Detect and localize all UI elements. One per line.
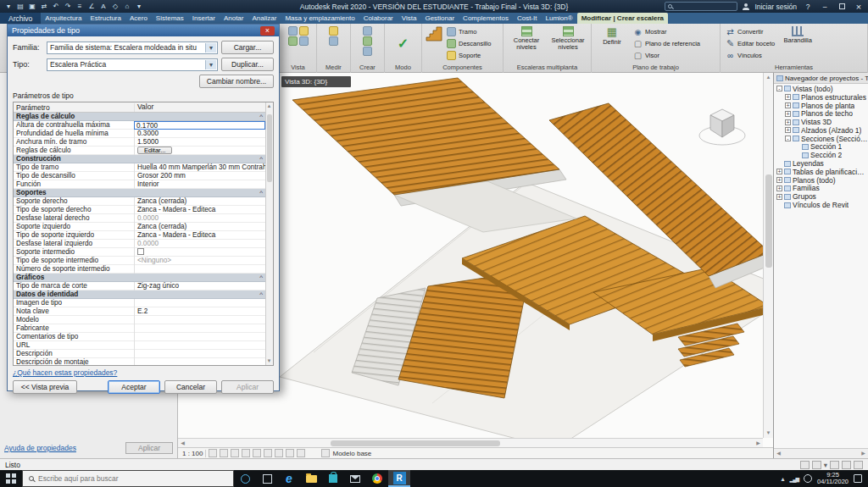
measure-tool-icon[interactable]	[329, 26, 338, 36]
browser-scrollbar[interactable]: ◀ ▶	[774, 448, 868, 458]
tree-item-vistas-3d[interactable]: +Vistas 3D	[774, 118, 868, 126]
taskbar-search-input[interactable]	[38, 474, 208, 483]
finish-check-icon[interactable]	[395, 36, 412, 53]
visual-style-icon[interactable]	[220, 449, 228, 457]
palette-apply-button[interactable]: Aplicar	[125, 442, 173, 454]
file-explorer-button[interactable]	[300, 470, 322, 487]
view-tool-icon[interactable]	[288, 36, 298, 46]
param-value[interactable]: 0.3000	[134, 130, 265, 138]
param-value[interactable]	[134, 333, 265, 341]
app-menu-icon[interactable]	[3, 2, 14, 12]
store-button[interactable]	[322, 470, 344, 487]
param-value[interactable]	[134, 324, 265, 333]
stairs-icon[interactable]	[426, 26, 442, 42]
definir-button[interactable]: Definir	[595, 26, 629, 46]
view-tool-icon[interactable]	[288, 26, 298, 36]
properties-help-link[interactable]: ¿Qué hacen estas propiedades?	[13, 368, 117, 377]
param-value[interactable]: 1.5000	[134, 138, 265, 147]
save-icon[interactable]	[27, 2, 37, 12]
tab-analizar[interactable]: Analizar	[248, 13, 281, 24]
network-icon[interactable]	[790, 475, 798, 483]
measure-icon[interactable]	[86, 2, 97, 12]
apply-button[interactable]: Aplicar	[221, 380, 274, 394]
design-options-icon[interactable]	[812, 461, 821, 469]
param-value[interactable]: Zanca - Madera - Editeca	[134, 206, 265, 214]
plano-referencia-button[interactable]: Plano de referencia	[632, 38, 702, 49]
convertir-button[interactable]: Convertir	[724, 26, 776, 37]
vinculos-button[interactable]: Vínculos	[724, 50, 776, 61]
crop-region-icon[interactable]	[275, 449, 283, 457]
cancel-button[interactable]: Cancelar	[164, 380, 217, 394]
sun-path-icon[interactable]	[231, 449, 239, 457]
table-scrollbar[interactable]: ▲ ▼	[265, 102, 273, 365]
dialog-close-button[interactable]	[260, 26, 275, 36]
tree-item-alzados[interactable]: +Alzados (Alzado 1)	[774, 126, 868, 135]
seleccionar-niveles-button[interactable]: Seleccionar niveles	[548, 26, 587, 51]
descansillo-button[interactable]: Descansillo	[445, 38, 492, 49]
cortana-button[interactable]	[234, 470, 256, 487]
duplicate-button[interactable]: Duplicar...	[221, 58, 274, 71]
param-value[interactable]: 0.0000	[134, 214, 265, 223]
param-value[interactable]: Zanca (cerrada)	[134, 223, 265, 231]
soporte-button[interactable]: Soporte	[445, 50, 492, 61]
view-tab[interactable]: Vista 3D: {3D}	[281, 76, 351, 87]
max-riser-height-input[interactable]: 0.1700	[134, 121, 265, 130]
create-tool-icon[interactable]	[363, 26, 372, 36]
tree-item-vistas-todo[interactable]: -Vistas (todo)	[774, 85, 868, 93]
detail-level-icon[interactable]	[209, 449, 217, 457]
tab-acero[interactable]: Acero	[125, 13, 152, 24]
crop-view-icon[interactable]	[264, 449, 272, 457]
middle-support-checkbox[interactable]	[137, 248, 144, 255]
text-icon[interactable]	[98, 2, 108, 12]
tree-item-tablas[interactable]: +Tablas de planificación/Canti...	[774, 168, 868, 176]
temporary-hide-icon[interactable]	[286, 449, 294, 457]
viewcube[interactable]	[697, 102, 748, 152]
accept-button[interactable]: Aceptar	[108, 380, 160, 394]
infocenter-search-box[interactable]	[665, 2, 737, 11]
taskbar-search[interactable]	[22, 470, 234, 487]
family-combobox[interactable]: Familia de sistema: Escalera moldeada in…	[47, 42, 218, 54]
tree-item-secciones[interactable]: -Secciones (Sección 1)	[774, 135, 868, 143]
action-center-icon[interactable]	[854, 474, 862, 483]
tab-estructura[interactable]: Estructura	[86, 13, 125, 24]
tree-item-planos-de-planta[interactable]: +Planos de planta	[774, 102, 868, 110]
dropdown-arrow-icon[interactable]: ▾	[824, 461, 827, 469]
filter-icon[interactable]	[854, 461, 863, 469]
visor-button[interactable]: Visor	[632, 50, 702, 61]
revit-taskbar-button[interactable]	[388, 470, 410, 487]
qat-customize-icon[interactable]	[134, 2, 144, 12]
tab-colaborar[interactable]: Colaborar	[359, 13, 398, 24]
tree-item-grupos[interactable]: +Grupos	[774, 192, 868, 201]
tab-insertar[interactable]: Insertar	[188, 13, 220, 24]
scrollbar-thumb[interactable]	[267, 114, 272, 182]
preview-button[interactable]: << Vista previa	[13, 380, 77, 394]
taskbar-clock[interactable]: 9:25 04/11/2020	[817, 472, 849, 486]
volume-icon[interactable]	[804, 474, 812, 483]
param-value[interactable]	[134, 358, 265, 366]
type-combobox[interactable]: Escalera Práctica	[47, 58, 218, 71]
conectar-niveles-button[interactable]: Conectar niveles	[507, 26, 546, 51]
task-view-button[interactable]	[256, 470, 278, 487]
print-icon[interactable]	[75, 2, 85, 12]
dialog-title-bar[interactable]: Propiedades de tipo	[8, 25, 279, 36]
undo-icon[interactable]	[51, 2, 61, 12]
scrollbar-thumb[interactable]	[765, 174, 772, 268]
param-value[interactable]: 0.0000	[134, 240, 265, 248]
render-icon[interactable]	[253, 449, 261, 457]
param-value[interactable]	[134, 350, 265, 358]
help-button[interactable]: ?	[802, 2, 814, 12]
tree-item-seccion-2[interactable]: Sección 2	[774, 151, 868, 159]
tree-item-planos-estructurales[interactable]: +Planos estructurales	[774, 93, 868, 102]
tab-masa[interactable]: Masa y emplazamiento	[281, 13, 359, 24]
param-value[interactable]: Zanca - Madera - Editeca	[134, 231, 265, 240]
param-value[interactable]: Zanca (cerrada)	[134, 197, 265, 206]
maximize-button[interactable]	[836, 2, 848, 12]
tab-complementos[interactable]: Complementos	[459, 13, 513, 24]
param-value[interactable]: Huella 40 mm Mamperlán 30 mm Contrahuell…	[134, 163, 265, 172]
create-tool-icon[interactable]	[363, 47, 372, 56]
reveal-hidden-icon[interactable]	[297, 449, 305, 457]
param-value[interactable]: Zig-zag único	[134, 282, 265, 291]
minimize-button[interactable]	[819, 2, 831, 12]
tab-gestionar[interactable]: Gestionar	[420, 13, 459, 24]
tab-arquitectura[interactable]: Arquitectura	[41, 13, 86, 24]
